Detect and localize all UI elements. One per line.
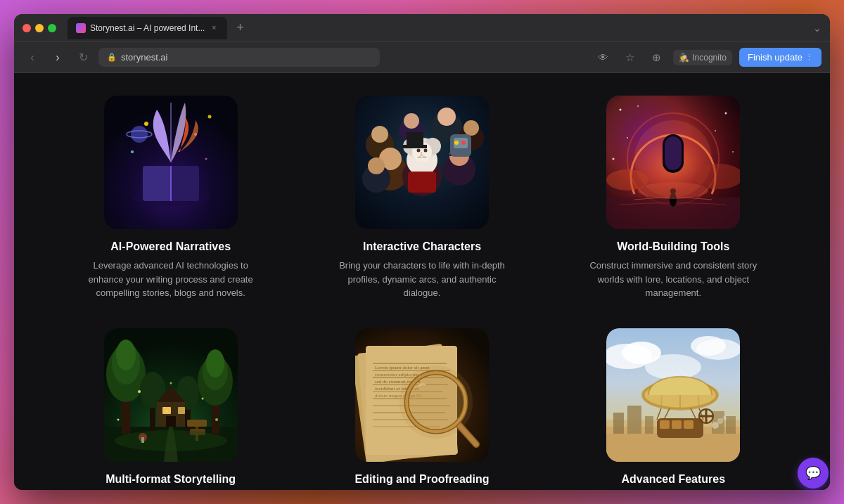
active-tab[interactable]: Storynest.ai – AI powered Int... × [68, 17, 227, 39]
feature-card-editing: Lorem ipsum dolor sit amet consectetur a… [307, 328, 536, 491]
svg-point-88 [201, 397, 203, 399]
svg-rect-39 [407, 132, 423, 146]
svg-point-52 [613, 158, 615, 160]
svg-rect-85 [178, 407, 185, 414]
svg-point-44 [461, 141, 466, 145]
svg-point-15 [371, 126, 388, 143]
svg-point-95 [115, 430, 227, 451]
feature-image-advanced [606, 328, 740, 462]
feature-desc-characters: Bring your characters to life with in-de… [338, 259, 506, 300]
finish-update-button[interactable]: Finish update ⋮ [739, 48, 821, 67]
forward-button[interactable]: › [48, 48, 68, 67]
star-icon[interactable]: ☆ [620, 48, 639, 67]
address-bar[interactable]: 🔒 storynest.ai [98, 48, 380, 67]
svg-rect-84 [162, 407, 171, 414]
svg-point-91 [170, 382, 172, 384]
feature-image-storytelling [104, 328, 238, 462]
feature-title-narratives: AI-Powered Narratives [110, 240, 231, 253]
svg-point-90 [117, 418, 119, 420]
feature-title-advanced: Advanced Features [622, 473, 726, 486]
svg-point-74 [206, 349, 224, 377]
feature-desc-narratives: Leverage advanced AI technologies to enh… [87, 259, 255, 300]
svg-point-70 [116, 340, 136, 370]
svg-rect-3 [143, 166, 171, 201]
feature-card-advanced: Advanced Features Enhance your writing e… [559, 328, 788, 491]
svg-point-6 [144, 122, 148, 126]
svg-rect-148 [672, 420, 682, 429]
minimize-window-button[interactable] [35, 24, 44, 32]
svg-rect-34 [408, 172, 436, 193]
chat-icon: 💬 [805, 465, 821, 481]
svg-point-51 [627, 137, 628, 138]
feature-image-characters [355, 96, 489, 229]
svg-rect-132 [627, 406, 641, 434]
svg-point-9 [207, 115, 211, 119]
main-content: AI-Powered Narratives Leverage advanced … [14, 73, 830, 490]
window-chevron[interactable]: ⌄ [813, 22, 821, 34]
fullscreen-window-button[interactable] [48, 24, 56, 32]
browser-window: Storynest.ai – AI powered Int... × + ⌄ ‹… [14, 14, 830, 490]
feature-card-worldbuilding: World-Building Tools Construct immersive… [559, 96, 788, 300]
tab-bar: Storynest.ai – AI powered Int... × + [68, 17, 435, 39]
feature-image-narratives [104, 96, 238, 229]
svg-rect-149 [684, 420, 693, 429]
lock-icon: 🔒 [107, 53, 117, 62]
tab-close-button[interactable]: × [209, 23, 219, 33]
reload-button[interactable]: ↻ [73, 48, 93, 67]
svg-rect-133 [645, 416, 653, 434]
svg-rect-131 [613, 413, 624, 434]
finish-update-chevron: ⋮ [805, 53, 813, 62]
svg-point-128 [645, 354, 701, 380]
svg-point-64 [638, 182, 708, 199]
titlebar: Storynest.ai – AI powered Int... × + ⌄ [14, 14, 830, 42]
svg-point-155 [722, 416, 727, 420]
svg-point-43 [454, 141, 459, 145]
svg-point-89 [215, 418, 218, 421]
back-button[interactable]: ‹ [23, 48, 42, 67]
traffic-lights [23, 24, 56, 32]
svg-point-154 [717, 418, 723, 424]
translate-icon[interactable]: ⊕ [646, 48, 666, 67]
incognito-label: Incognito [692, 53, 727, 63]
url-text: storynest.ai [121, 52, 167, 63]
feature-card-characters: Interactive Characters Bring your charac… [307, 96, 536, 300]
svg-point-127 [691, 336, 726, 356]
svg-point-19 [437, 108, 456, 126]
svg-point-49 [725, 112, 727, 115]
close-window-button[interactable] [23, 24, 31, 32]
svg-point-53 [732, 151, 734, 153]
chat-bubble-button[interactable]: 💬 [798, 458, 829, 489]
finish-update-label: Finish update [748, 52, 803, 63]
feature-card-storytelling: Multi-format Storytelling Create stories… [56, 328, 285, 491]
svg-rect-135 [726, 416, 736, 434]
svg-point-17 [404, 113, 419, 129]
svg-point-153 [712, 422, 719, 429]
svg-point-11 [131, 126, 148, 143]
svg-point-8 [131, 150, 134, 153]
svg-point-48 [637, 105, 639, 107]
svg-rect-40 [403, 145, 427, 148]
feature-title-characters: Interactive Characters [363, 240, 481, 253]
svg-rect-58 [665, 136, 682, 170]
svg-point-50 [715, 130, 716, 131]
svg-point-10 [205, 158, 207, 160]
new-tab-button[interactable]: + [230, 18, 250, 38]
eye-slash-icon[interactable]: 👁 [593, 48, 613, 67]
svg-point-87 [138, 390, 141, 393]
incognito-badge: 🕵 Incognito [673, 50, 732, 65]
features-grid: AI-Powered Narratives Leverage advanced … [56, 96, 788, 490]
svg-point-21 [463, 120, 479, 136]
tab-favicon [76, 23, 86, 33]
feature-image-worldbuilding [606, 96, 740, 229]
feature-title-worldbuilding: World-Building Tools [617, 240, 729, 253]
svg-rect-147 [660, 420, 670, 429]
addressbar: ‹ › ↻ 🔒 storynest.ai 👁 ☆ ⊕ 🕵 Incognito F… [14, 42, 830, 73]
feature-title-editing: Editing and Proofreading [354, 473, 489, 486]
feature-title-storytelling: Multi-format Storytelling [106, 473, 236, 486]
feature-image-editing: Lorem ipsum dolor sit amet consectetur a… [355, 328, 489, 462]
feature-card-ai-narratives: AI-Powered Narratives Leverage advanced … [56, 96, 285, 300]
incognito-icon: 🕵 [679, 53, 689, 63]
svg-rect-86 [166, 416, 176, 427]
svg-point-47 [620, 109, 622, 111]
svg-rect-93 [187, 420, 207, 427]
